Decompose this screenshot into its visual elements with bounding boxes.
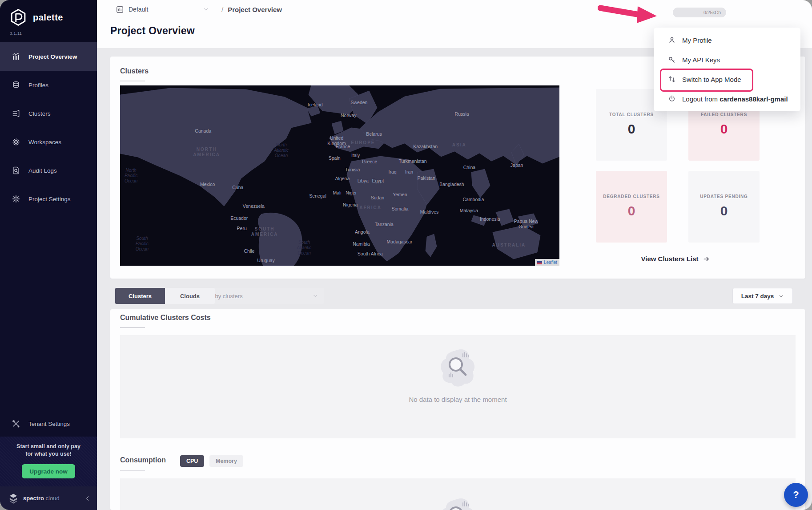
menu-item-icon	[668, 95, 676, 103]
consumption-chart-area	[120, 478, 796, 510]
sidebar-item[interactable]: Profiles	[0, 71, 97, 99]
menu-item-icon	[668, 75, 676, 83]
no-data-icon	[438, 498, 478, 510]
user-menu-item[interactable]: Logout from cardenas88karl-gmail	[654, 89, 800, 109]
sidebar-item-icon	[12, 52, 20, 61]
stat-value: 0	[688, 121, 760, 137]
sidebar-item-label: Workspaces	[28, 139, 61, 146]
costs-consumption-panel: Cumulative Clusters Costs No data to dis…	[110, 309, 805, 510]
sidebar-item[interactable]: Audit Logs	[0, 156, 97, 185]
flag-icon	[537, 261, 542, 264]
sidebar-collapse-button[interactable]	[84, 495, 91, 502]
sidebar-item-label: Project Settings	[28, 196, 71, 202]
cluster-stat-card: UPDATES PENDING 0	[688, 171, 760, 243]
sidebar-item-icon	[12, 109, 20, 118]
stat-label: DEGRADED CLUSTERS	[596, 194, 667, 199]
arrow-right-icon	[703, 255, 710, 263]
world-map-graphic	[120, 85, 559, 266]
sidebar-item-tenant-settings[interactable]: Tenant Settings	[0, 411, 97, 437]
user-menu-item[interactable]: My Profile	[654, 30, 800, 50]
sidebar-item-icon	[12, 81, 20, 89]
user-dropdown-menu: My Profile My API Keys Switch to App Mod…	[654, 28, 800, 111]
section-underline	[120, 327, 145, 328]
tools-icon	[12, 419, 20, 428]
app-window: palette 3.1.11 Project Overview Profiles…	[0, 0, 812, 510]
menu-item-label: Logout from cardenas88karl-gmail	[682, 95, 788, 103]
map-attribution-label: Leaflet	[544, 260, 557, 265]
sidebar-item-label: Project Overview	[28, 53, 77, 60]
app-version: 3.1.11	[10, 31, 97, 36]
sidebar-nav: Project Overview Profiles Clusters Works…	[0, 42, 97, 213]
breadcrumb-separator: /	[221, 6, 223, 13]
map-attribution[interactable]: Leaflet	[535, 259, 559, 266]
sidebar: palette 3.1.11 Project Overview Profiles…	[0, 0, 97, 510]
brand-block: palette 3.1.11	[0, 0, 97, 42]
sidebar-item[interactable]: Workspaces	[0, 128, 97, 156]
brand-name: palette	[33, 12, 63, 23]
date-range-select[interactable]: Last 7 days	[732, 288, 793, 304]
user-menu-item[interactable]: My API Keys	[654, 50, 800, 69]
sidebar-item[interactable]: Clusters	[0, 99, 97, 128]
consumption-toggle[interactable]: Memory	[209, 455, 243, 467]
scope-tabs: Clusters Clouds	[115, 288, 215, 304]
date-range-value: Last 7 days	[741, 293, 774, 300]
sidebar-item-label: Profiles	[28, 82, 48, 89]
consumption-toggle[interactable]: CPU	[180, 455, 204, 467]
tenant-settings-label: Tenant Settings	[28, 421, 70, 427]
no-data-icon-partial	[438, 498, 478, 510]
spectro-cloud-logo	[7, 492, 20, 505]
upgrade-now-button[interactable]: Upgrade now	[22, 464, 75, 478]
costs-section-title: Cumulative Clusters Costs	[120, 314, 211, 322]
chevron-down-icon	[203, 6, 209, 12]
empty-state: No data to display at the moment	[409, 348, 506, 403]
stat-label: UPDATES PENDING	[688, 194, 760, 199]
consumption-section-title: Consumption	[120, 456, 166, 464]
promo-line-2: for what you use!	[4, 450, 92, 458]
costs-chart-area: No data to display at the moment	[120, 335, 796, 438]
promo-line-1: Start small and only pay	[4, 443, 92, 450]
topbar: Default / Project Overview 0/25kCh	[97, 0, 812, 19]
cluster-stat-card: DEGRADED CLUSTERS 0	[596, 171, 667, 243]
stat-value: 0	[688, 203, 760, 219]
upgrade-promo: Start small and only pay for what you us…	[0, 437, 97, 486]
sidebar-footer: spectro cloud	[0, 486, 97, 510]
no-data-icon	[438, 348, 478, 389]
menu-item-label: My Profile	[682, 36, 712, 44]
chevron-down-icon	[313, 293, 318, 299]
sidebar-item[interactable]: Project Settings	[0, 185, 97, 213]
stat-value: 0	[596, 203, 667, 219]
menu-item-label: My API Keys	[682, 56, 720, 64]
scope-tab[interactable]: Clouds	[165, 288, 215, 304]
sidebar-item-label: Audit Logs	[28, 167, 57, 174]
sidebar-item-label: Clusters	[28, 110, 51, 117]
project-selector-icon	[116, 5, 124, 14]
cluster-stats-grid: TOTAL CLUSTERS 0 FAILED CLUSTERS 0 DEGRA…	[596, 89, 760, 300]
usage-quota-pill[interactable]: 0/25kCh	[673, 8, 726, 17]
user-menu-items: My Profile My API Keys Switch to App Mod…	[654, 30, 800, 109]
sidebar-item-icon	[12, 194, 20, 203]
footer-brand: spectro cloud	[23, 495, 60, 502]
project-selector-value: Default	[129, 6, 148, 13]
user-menu-item[interactable]: Switch to App Mode	[654, 69, 800, 89]
sidebar-item[interactable]: Project Overview	[0, 42, 97, 71]
section-underline	[120, 81, 145, 81]
stat-value: 0	[596, 121, 667, 137]
menu-item-label: Switch to App Mode	[682, 76, 741, 83]
help-button[interactable]: ?	[784, 483, 808, 507]
clusters-section-title: Clusters	[120, 67, 149, 75]
clusters-world-map[interactable]: Iceland Sweden Norway Russia Canada Unit…	[120, 85, 559, 266]
sidebar-item-icon	[12, 166, 20, 175]
menu-item-icon	[668, 56, 676, 64]
scope-tab[interactable]: Clusters	[115, 288, 165, 304]
project-selector[interactable]: Default	[116, 5, 209, 14]
section-underline	[120, 470, 145, 471]
no-data-message: No data to display at the moment	[409, 396, 506, 403]
view-clusters-list-label: View Clusters List	[641, 255, 699, 263]
stat-label: FAILED CLUSTERS	[688, 112, 760, 117]
breadcrumb: Project Overview	[228, 6, 282, 13]
stat-label: TOTAL CLUSTERS	[596, 112, 667, 117]
view-clusters-list-link[interactable]: View Clusters List	[641, 255, 710, 263]
sidebar-item-icon	[12, 138, 20, 146]
chevron-down-icon	[778, 293, 784, 299]
menu-item-icon	[668, 36, 676, 44]
